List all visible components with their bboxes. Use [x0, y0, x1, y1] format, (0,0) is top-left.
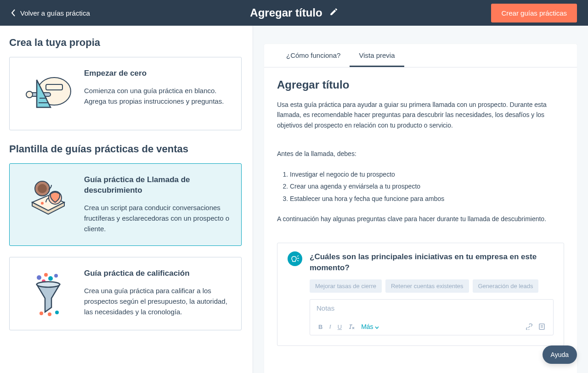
svg-point-13: [48, 276, 53, 281]
card-desc: Crea una guía práctica para calificar a …: [84, 285, 230, 317]
chip[interactable]: Mejorar tasas de cierre: [310, 279, 382, 293]
notes-editor[interactable]: Notas B I U Más: [310, 299, 554, 335]
section-create-own: Crea la tuya propia: [9, 37, 242, 49]
back-link[interactable]: Volver a guías práctica: [11, 9, 90, 17]
svg-point-3: [26, 91, 33, 98]
card-qualification[interactable]: Guía práctica de calificación Crea una g…: [9, 257, 242, 330]
help-button[interactable]: Ayuda: [543, 345, 577, 364]
funnel-icon: [21, 268, 76, 319]
edit-title-button[interactable]: [330, 8, 338, 18]
preview-list: Investigar el negocio de tu prospecto Cr…: [290, 168, 564, 205]
preview-title: Agregar título: [277, 78, 564, 91]
more-button[interactable]: Más: [361, 323, 379, 330]
card-desc: Crea un script para conducir conversacio…: [84, 202, 230, 234]
list-item: Establecer una hora y fecha que funcione…: [290, 193, 564, 205]
card-start-from-scratch[interactable]: Empezar de cero Comienza con una guía pr…: [9, 57, 242, 130]
right-panel: ¿Cómo funciona? Vista previa Agregar tít…: [264, 44, 577, 373]
left-panel: Crea la tuya propia Empezar de cero Comi…: [0, 26, 253, 373]
answer-chips: Mejorar tasas de cierre Retener cuentas …: [310, 279, 554, 293]
create-playbook-button[interactable]: Crear guías prácticas: [491, 4, 577, 22]
clear-format-button[interactable]: [348, 323, 355, 330]
question-icon: [288, 251, 302, 266]
svg-point-11: [37, 275, 41, 280]
tools-icon: [21, 68, 76, 119]
svg-point-14: [54, 274, 58, 278]
tab-how-it-works[interactable]: ¿Cómo funciona?: [277, 44, 350, 67]
tab-preview[interactable]: Vista previa: [350, 44, 404, 67]
preview-intro: Usa esta guía práctica para ayudar a gui…: [277, 100, 564, 130]
main-content: Crea la tuya propia Empezar de cero Comi…: [0, 26, 588, 373]
italic-button[interactable]: I: [329, 323, 331, 330]
chip[interactable]: Generación de leads: [473, 279, 539, 293]
list-item: Crear una agenda y enviársela a tu prosp…: [290, 180, 564, 193]
editor-toolbar: B I U Más: [310, 320, 553, 332]
lightbulb-icon: [291, 255, 299, 263]
clear-format-icon: [348, 323, 355, 330]
snippet-button[interactable]: [539, 323, 545, 330]
bold-button[interactable]: B: [318, 323, 322, 330]
list-item: Investigar el negocio de tu prospecto: [290, 168, 564, 181]
svg-point-18: [48, 312, 51, 316]
document-icon: [539, 323, 545, 330]
card-body: Guía práctica de calificación Crea una g…: [84, 268, 230, 319]
card-title: Guía práctica de Llamada de descubrimien…: [84, 175, 230, 196]
svg-point-6: [41, 202, 44, 205]
svg-point-16: [37, 282, 60, 287]
right-panel-wrapper: ¿Cómo funciona? Vista previa Agregar tít…: [253, 26, 588, 373]
svg-point-19: [55, 311, 59, 314]
prelist-label: Antes de la llamada, debes:: [277, 149, 564, 159]
underline-button[interactable]: U: [338, 323, 342, 330]
svg-point-12: [44, 273, 48, 277]
discovery-icon: [21, 175, 76, 225]
card-title: Guía práctica de calificación: [84, 268, 230, 279]
title-center: Agregar título: [250, 6, 338, 19]
page-title: Agregar título: [250, 6, 322, 19]
svg-point-17: [40, 312, 43, 315]
svg-point-9: [38, 184, 47, 193]
svg-rect-1: [46, 84, 62, 90]
card-title: Empezar de cero: [84, 68, 230, 79]
question-header: ¿Cuáles son las principales iniciativas …: [288, 251, 554, 273]
link-icon: [526, 323, 532, 330]
chip[interactable]: Retener cuentas existentes: [385, 279, 469, 293]
preview-after: A continuación hay algunas preguntas cla…: [277, 214, 564, 224]
card-body: Empezar de cero Comienza con una guía pr…: [84, 68, 230, 119]
tabs: ¿Cómo funciona? Vista previa: [264, 44, 577, 67]
section-templates: Plantilla de guías prácticas de ventas: [9, 143, 242, 155]
question-text: ¿Cuáles son las principales iniciativas …: [310, 251, 554, 273]
chevron-left-icon: [11, 9, 16, 17]
card-body: Guía práctica de Llamada de descubrimien…: [84, 175, 230, 234]
notes-placeholder: Notas: [310, 300, 553, 320]
pencil-icon: [330, 8, 338, 16]
preview-content: Agregar título Usa esta guía práctica pa…: [264, 67, 577, 357]
chevron-down-icon: [375, 326, 379, 329]
svg-rect-20: [539, 324, 544, 329]
link-button[interactable]: [526, 323, 532, 330]
back-label: Volver a guías práctica: [20, 9, 90, 17]
app-header: Volver a guías práctica Agregar título C…: [0, 0, 588, 26]
card-desc: Comienza con una guía práctica en blanco…: [84, 85, 230, 107]
question-card: ¿Cuáles son las principales iniciativas …: [277, 243, 564, 346]
card-discovery-call[interactable]: Guía práctica de Llamada de descubrimien…: [9, 163, 242, 246]
